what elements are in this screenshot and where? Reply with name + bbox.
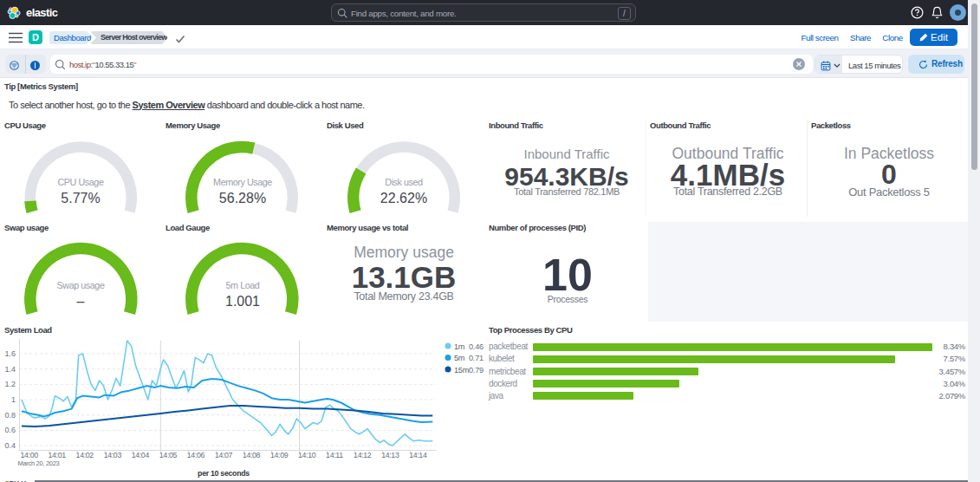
svg-text:14:05: 14:05 — [159, 451, 178, 459]
svg-text:14:09: 14:09 — [270, 451, 289, 459]
svg-text:14:06: 14:06 — [187, 451, 205, 459]
svg-text:per 10 seconds: per 10 seconds — [198, 469, 250, 478]
svg-text:5m: 5m — [454, 354, 465, 362]
svg-text:14:11: 14:11 — [326, 451, 343, 459]
svg-text:0.79: 0.79 — [469, 366, 484, 375]
svg-text:14:14: 14:14 — [409, 451, 427, 459]
svg-text:1.6: 1.6 — [4, 349, 16, 358]
svg-text:0.6: 0.6 — [4, 426, 16, 434]
svg-text:14:01: 14:01 — [49, 451, 67, 459]
svg-text:1.2: 1.2 — [4, 380, 16, 388]
svg-text:1: 1 — [11, 395, 16, 404]
svg-text:0.8: 0.8 — [4, 411, 16, 420]
svg-text:14:08: 14:08 — [243, 451, 261, 459]
svg-text:1.4: 1.4 — [4, 365, 16, 374]
svg-text:14:02: 14:02 — [76, 451, 94, 459]
svg-text:14:03: 14:03 — [104, 451, 122, 459]
svg-text:14:00: 14:00 — [21, 451, 39, 459]
svg-text:0.46: 0.46 — [469, 342, 484, 351]
svg-text:0.4: 0.4 — [4, 441, 16, 450]
svg-text:14:10: 14:10 — [298, 451, 316, 459]
svg-text:March 20, 2023: March 20, 2023 — [18, 459, 60, 467]
svg-text:14:13: 14:13 — [381, 451, 399, 459]
svg-text:1m: 1m — [454, 342, 465, 351]
svg-text:14:07: 14:07 — [215, 451, 233, 459]
svg-text:0.71: 0.71 — [469, 354, 484, 362]
svg-text:14:12: 14:12 — [354, 451, 372, 459]
svg-text:14:04: 14:04 — [132, 451, 150, 459]
svg-text:15m: 15m — [454, 366, 470, 375]
